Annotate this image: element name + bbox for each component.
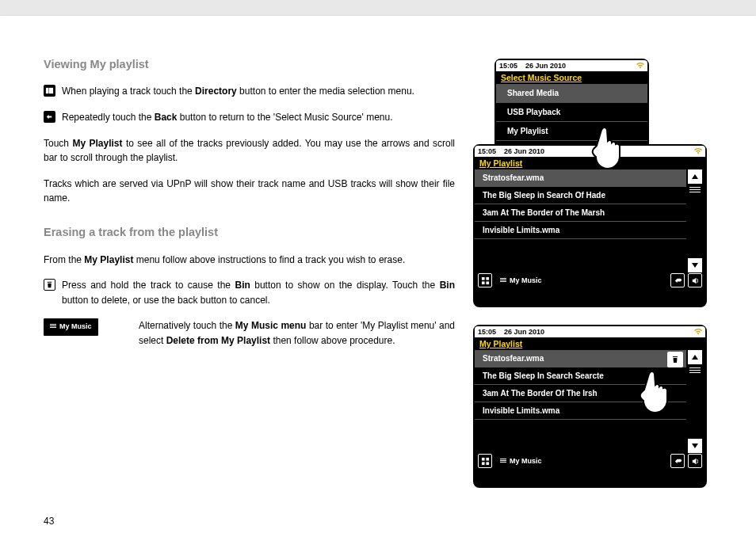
my-music-bar[interactable]: My Music xyxy=(495,274,667,287)
scroll-down-icon[interactable] xyxy=(688,439,702,453)
paragraph: From the My Playlist menu follow above i… xyxy=(44,253,455,268)
svg-rect-1 xyxy=(49,88,54,93)
bottom-bar: My Music xyxy=(475,272,705,288)
svg-rect-0 xyxy=(46,88,48,93)
svg-rect-6 xyxy=(481,457,484,460)
svg-rect-5 xyxy=(486,281,489,284)
svg-rect-2 xyxy=(481,276,484,280)
scroll-up-icon[interactable] xyxy=(688,350,702,364)
scrollbar[interactable] xyxy=(687,169,703,272)
scroll-down-icon[interactable] xyxy=(688,258,702,272)
device-screenshots-column: 15:05 26 Jun 2010 Select Music Source Sh… xyxy=(479,55,716,533)
home-grid-icon[interactable] xyxy=(478,454,492,468)
volume-icon[interactable] xyxy=(688,273,702,287)
list-item[interactable]: Invisible Limits.wma xyxy=(475,222,686,239)
wifi-icon xyxy=(694,328,702,336)
list-item[interactable]: The Big Sleep In Search Searcte xyxy=(475,367,686,385)
device-screen-my-playlist: 15:05 26 Jun 2010 My Playlist Stratosfea… xyxy=(473,144,707,307)
status-bar: 15:05 26 Jun 2010 xyxy=(475,326,705,337)
directory-icon xyxy=(44,85,55,97)
wifi-icon xyxy=(636,62,644,70)
list-item[interactable]: Invisible Limits.wma xyxy=(475,402,686,420)
list-item[interactable]: The Big Sleep in Search Of Hade xyxy=(475,187,686,204)
section-heading-erasing: Erasing a track from the playlist xyxy=(44,223,455,241)
page-number: 43 xyxy=(44,516,54,527)
my-music-chip: My Music xyxy=(44,318,98,336)
playlist: Stratosfear.wma The Big Sleep in Search … xyxy=(475,169,686,239)
status-time: 15:05 xyxy=(478,328,496,336)
paragraph: Repeatedly touch the Back button to retu… xyxy=(44,110,455,125)
status-date: 26 Jun 2010 xyxy=(504,328,544,336)
status-bar: 15:05 26 Jun 2010 xyxy=(496,60,647,71)
volume-icon[interactable] xyxy=(688,454,702,468)
back-icon[interactable] xyxy=(670,273,685,287)
svg-rect-7 xyxy=(486,457,489,460)
my-music-bar[interactable]: My Music xyxy=(495,455,667,467)
svg-rect-3 xyxy=(486,276,489,280)
device-screen-delete-track: 15:05 26 Jun 2010 My Playlist Stratosfea… xyxy=(473,325,707,488)
svg-rect-8 xyxy=(481,462,484,465)
screen-title: My Playlist xyxy=(475,337,705,350)
status-date: 26 Jun 2010 xyxy=(525,62,566,70)
bin-button[interactable] xyxy=(667,352,683,367)
bottom-bar: My Music xyxy=(475,453,705,469)
bin-icon xyxy=(44,279,55,291)
section-heading-viewing: Viewing My playlist xyxy=(44,55,455,73)
scroll-up-icon[interactable] xyxy=(688,169,702,184)
svg-rect-9 xyxy=(486,462,489,465)
playlist: Stratosfear.wma The Big Sleep In Search … xyxy=(475,350,686,420)
paragraph: Tracks which are served via UPnP will sh… xyxy=(44,177,455,206)
list-item[interactable]: 3am At The Border Of The Irsh xyxy=(475,385,686,402)
list-item[interactable]: 3am At The Border of The Marsh xyxy=(475,204,686,222)
back-icon xyxy=(44,111,55,123)
back-icon[interactable] xyxy=(670,454,685,468)
home-grid-icon[interactable] xyxy=(478,273,492,287)
scrollbar[interactable] xyxy=(687,350,703,453)
wifi-icon xyxy=(694,147,702,155)
status-bar: 15:05 26 Jun 2010 xyxy=(475,146,705,157)
paragraph: When playing a track touch the Directory… xyxy=(44,84,455,99)
svg-rect-4 xyxy=(481,281,484,284)
paragraph: My Music Alternatively touch the My Musi… xyxy=(44,318,455,348)
list-item[interactable]: Stratosfear.wma xyxy=(475,350,686,367)
paragraph: Press and hold the track to cause the Bi… xyxy=(44,278,455,307)
list-item[interactable]: USB Playback xyxy=(496,103,647,122)
status-time: 15:05 xyxy=(478,147,496,155)
instruction-text-column: Viewing My playlist When playing a track… xyxy=(44,55,455,533)
paragraph: Touch My Playlist to see all of the trac… xyxy=(44,136,455,166)
menu-list: Shared Media USB Playback My Playlist xyxy=(496,84,647,141)
list-item[interactable]: Stratosfear.wma xyxy=(475,169,686,187)
status-time: 15:05 xyxy=(499,62,517,70)
status-date: 26 Jun 2010 xyxy=(504,147,544,155)
list-item[interactable]: My Playlist xyxy=(496,122,647,141)
list-item[interactable]: Shared Media xyxy=(496,84,647,103)
screen-title: Select Music Source xyxy=(496,71,647,84)
screen-title: My Playlist xyxy=(475,157,705,169)
